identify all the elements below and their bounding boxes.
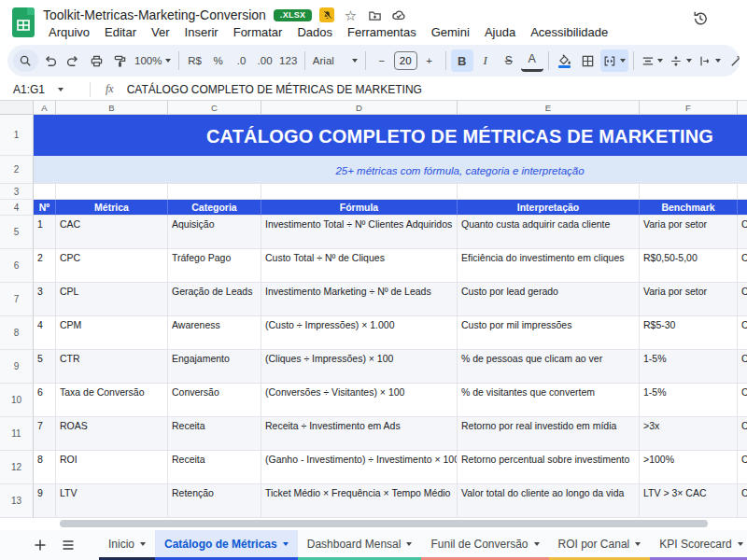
row-header-13[interactable]: 13 bbox=[0, 484, 34, 518]
cell[interactable]: 6 bbox=[34, 384, 56, 417]
increase-decimal-button[interactable]: .00 bbox=[254, 49, 276, 72]
search-icon[interactable] bbox=[13, 49, 38, 72]
cell[interactable]: 4 bbox=[34, 316, 56, 350]
cell[interactable]: Custo por lead gerado bbox=[458, 283, 640, 316]
sheet-tab-roi-por-canal[interactable]: ROI por Canal bbox=[549, 530, 651, 560]
chevron-down-icon[interactable] bbox=[140, 542, 146, 546]
row-header-9[interactable]: 9 bbox=[0, 350, 34, 384]
row-header-2[interactable]: 2 bbox=[0, 156, 34, 184]
column-header-F[interactable]: F bbox=[640, 101, 738, 114]
cell[interactable]: CPL bbox=[56, 283, 168, 316]
paint-format-icon[interactable] bbox=[109, 49, 132, 72]
table-header-nº[interactable]: Nº bbox=[34, 200, 56, 216]
cell[interactable]: (Cliques ÷ Impressões) × 100 bbox=[261, 350, 458, 384]
menu-ferramentas[interactable]: Ferramentas bbox=[340, 23, 424, 42]
cell-overflow[interactable]: C bbox=[738, 384, 747, 417]
chevron-down-icon[interactable] bbox=[738, 542, 743, 546]
column-header-D[interactable]: D bbox=[261, 101, 458, 114]
cell-overflow[interactable]: C bbox=[738, 249, 747, 283]
undo-icon[interactable] bbox=[39, 49, 62, 72]
cell[interactable]: Receita bbox=[168, 417, 261, 451]
chevron-down-icon[interactable] bbox=[406, 542, 412, 546]
cell[interactable]: 1-5% bbox=[640, 350, 738, 384]
cell[interactable]: Tráfego Pago bbox=[168, 249, 261, 283]
cell[interactable]: LTV bbox=[56, 484, 168, 518]
version-history-icon[interactable] bbox=[691, 9, 712, 30]
menu-ajuda[interactable]: Ajuda bbox=[477, 23, 523, 42]
cell[interactable]: Varia por setor bbox=[640, 216, 738, 249]
row-header-8[interactable]: 8 bbox=[0, 316, 34, 350]
formula-input[interactable]: CATÁLOGO COMPLETO DE MÉTRICAS DE MARKETI… bbox=[127, 83, 422, 96]
cell-overflow[interactable]: C bbox=[738, 484, 747, 518]
cell[interactable]: >100% bbox=[640, 451, 738, 484]
font-select[interactable]: Arial bbox=[310, 49, 360, 72]
vertical-align-button[interactable] bbox=[667, 49, 695, 72]
table-header-interpretação[interactable]: Interpretação bbox=[458, 200, 640, 216]
horizontal-scrollbar[interactable] bbox=[60, 520, 708, 527]
print-icon[interactable] bbox=[86, 49, 108, 72]
cell-empty[interactable] bbox=[458, 184, 640, 200]
cell[interactable]: Ticket Médio × Frequência × Tempo Médio bbox=[261, 484, 458, 518]
chevron-down-icon[interactable] bbox=[534, 542, 540, 546]
column-header-E[interactable]: E bbox=[458, 101, 640, 114]
menu-inserir[interactable]: Inserir bbox=[177, 23, 226, 42]
cell-empty[interactable] bbox=[738, 184, 747, 200]
cell-empty[interactable] bbox=[34, 184, 56, 200]
all-sheets-menu-icon[interactable] bbox=[54, 530, 82, 560]
sheet-tab-inicio[interactable]: Inicio bbox=[99, 530, 155, 560]
menu-arquivo[interactable]: Arquivo bbox=[41, 23, 97, 42]
cell[interactable]: 8 bbox=[34, 451, 56, 484]
add-sheet-icon[interactable] bbox=[26, 530, 54, 560]
sheet-tab-kpi-scorecard[interactable]: KPI Scorecard bbox=[650, 530, 747, 560]
table-header-métrica[interactable]: Métrica bbox=[56, 200, 168, 216]
cell[interactable]: R$0,50-5,00 bbox=[640, 249, 738, 283]
row-header-7[interactable]: 7 bbox=[0, 283, 34, 316]
cell-empty[interactable] bbox=[640, 184, 738, 200]
cell[interactable]: R$5-30 bbox=[640, 316, 738, 350]
menu-acessibilidade[interactable]: Acessibilidade bbox=[523, 23, 615, 42]
increase-font-size-button[interactable]: + bbox=[418, 49, 441, 72]
row-header-4[interactable]: 4 bbox=[0, 200, 34, 216]
decrease-decimal-button[interactable]: .0 bbox=[231, 49, 253, 72]
column-header-C[interactable]: C bbox=[168, 101, 261, 114]
cell[interactable]: Aquisição bbox=[168, 216, 261, 249]
menu-formatar[interactable]: Formatar bbox=[226, 23, 290, 42]
horizontal-align-button[interactable] bbox=[639, 49, 667, 72]
fill-color-button[interactable] bbox=[554, 49, 576, 72]
cell[interactable]: Receita ÷ Investimento em Ads bbox=[261, 417, 458, 451]
cell[interactable]: (Ganho - Investimento) ÷ Investimento × … bbox=[261, 451, 458, 484]
table-header-overflow[interactable] bbox=[738, 200, 747, 216]
cell[interactable]: ROAS bbox=[56, 417, 168, 451]
format-percent-button[interactable]: % bbox=[207, 49, 230, 72]
cell[interactable]: 3 bbox=[34, 283, 56, 316]
cell-empty[interactable] bbox=[261, 184, 458, 200]
format-currency-button[interactable]: R$ bbox=[184, 49, 206, 72]
cell[interactable]: Retenção bbox=[168, 484, 261, 518]
menu-editar[interactable]: Editar bbox=[97, 23, 144, 42]
row-header-6[interactable]: 6 bbox=[0, 249, 34, 283]
cell-overflow[interactable]: C bbox=[738, 283, 747, 316]
menu-dados[interactable]: Dados bbox=[289, 23, 340, 42]
row-header-3[interactable]: 3 bbox=[0, 184, 34, 200]
more-formats-button[interactable]: 123 bbox=[277, 49, 300, 72]
chevron-down-icon[interactable] bbox=[635, 542, 641, 546]
cell-overflow[interactable]: C bbox=[738, 316, 747, 350]
grid-corner[interactable] bbox=[0, 101, 34, 114]
cell[interactable]: Retorno por real investido em mídia bbox=[458, 417, 640, 451]
sheet-tab-funil-de-conversão[interactable]: Funil de Conversão bbox=[421, 530, 548, 560]
spreadsheet-title-cell[interactable]: CATÁLOGO COMPLETO DE MÉTRICAS DE MARKETI… bbox=[34, 115, 747, 156]
italic-button[interactable]: I bbox=[474, 49, 497, 72]
cell[interactable]: CAC bbox=[56, 216, 168, 249]
row-header-12[interactable]: 12 bbox=[0, 451, 34, 484]
cell[interactable]: % de pessoas que clicam ao ver bbox=[458, 350, 640, 384]
row-header-5[interactable]: 5 bbox=[0, 216, 34, 249]
cell[interactable]: (Conversões ÷ Visitantes) × 100 bbox=[261, 384, 458, 417]
cell[interactable]: (Custo ÷ Impressões) × 1.000 bbox=[261, 316, 458, 350]
text-wrapping-button[interactable] bbox=[696, 49, 724, 72]
cell[interactable]: Custo Total ÷ Nº de Cliques bbox=[261, 249, 458, 283]
cell[interactable]: Eficiência do investimento em cliques bbox=[458, 249, 640, 283]
sheet-tab-dashboard-mensal[interactable]: Dashboard Mensal bbox=[298, 530, 422, 560]
font-size-input[interactable]: 20 bbox=[394, 51, 417, 70]
cell[interactable]: 2 bbox=[34, 249, 56, 283]
cell[interactable]: Valor total do cliente ao longo da vida bbox=[458, 484, 640, 518]
